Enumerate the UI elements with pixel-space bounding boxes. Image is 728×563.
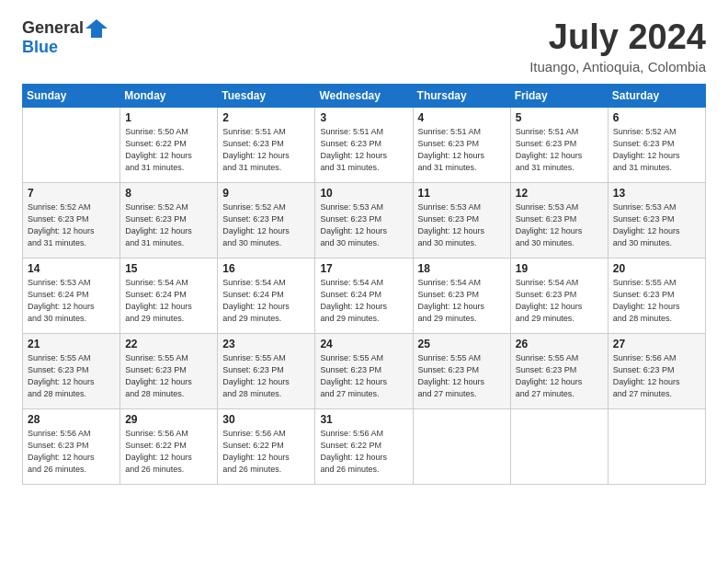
calendar-cell: 7Sunrise: 5:52 AM Sunset: 6:23 PM Daylig… xyxy=(23,182,120,258)
calendar-cell: 5Sunrise: 5:51 AM Sunset: 6:23 PM Daylig… xyxy=(510,107,608,182)
calendar-cell: 2Sunrise: 5:51 AM Sunset: 6:23 PM Daylig… xyxy=(218,107,315,182)
weekday-header-sunday: Sunday xyxy=(23,84,120,107)
day-number: 22 xyxy=(125,338,212,350)
month-year: July 2024 xyxy=(529,18,706,57)
calendar-cell xyxy=(23,107,120,182)
day-info: Sunrise: 5:53 AM Sunset: 6:23 PM Dayligh… xyxy=(613,201,700,249)
day-number: 3 xyxy=(320,111,407,124)
day-info: Sunrise: 5:56 AM Sunset: 6:22 PM Dayligh… xyxy=(320,428,407,476)
calendar-cell: 14Sunrise: 5:53 AM Sunset: 6:24 PM Dayli… xyxy=(23,258,120,333)
location: Ituango, Antioquia, Colombia xyxy=(529,59,706,75)
calendar-cell xyxy=(413,408,510,484)
calendar-cell xyxy=(608,408,705,484)
day-info: Sunrise: 5:51 AM Sunset: 6:23 PM Dayligh… xyxy=(418,126,506,174)
day-number: 24 xyxy=(320,338,407,350)
day-info: Sunrise: 5:55 AM Sunset: 6:23 PM Dayligh… xyxy=(516,352,603,400)
day-info: Sunrise: 5:53 AM Sunset: 6:23 PM Dayligh… xyxy=(418,201,506,249)
calendar-cell: 19Sunrise: 5:54 AM Sunset: 6:23 PM Dayli… xyxy=(510,258,608,333)
weekday-header-friday: Friday xyxy=(510,84,608,107)
day-info: Sunrise: 5:52 AM Sunset: 6:23 PM Dayligh… xyxy=(613,126,700,174)
day-number: 16 xyxy=(222,262,310,275)
weekday-header-row: SundayMondayTuesdayWednesdayThursdayFrid… xyxy=(23,84,706,107)
day-info: Sunrise: 5:52 AM Sunset: 6:23 PM Dayligh… xyxy=(125,201,212,249)
day-number: 15 xyxy=(125,262,212,275)
day-number: 8 xyxy=(125,187,212,200)
day-number: 9 xyxy=(222,187,310,200)
day-info: Sunrise: 5:56 AM Sunset: 6:23 PM Dayligh… xyxy=(28,428,115,476)
day-number: 5 xyxy=(516,111,603,124)
calendar-cell: 11Sunrise: 5:53 AM Sunset: 6:23 PM Dayli… xyxy=(413,182,510,258)
weekday-header-thursday: Thursday xyxy=(413,84,510,107)
day-number: 2 xyxy=(222,111,310,124)
calendar-cell: 6Sunrise: 5:52 AM Sunset: 6:23 PM Daylig… xyxy=(608,107,705,182)
calendar-week-4: 28Sunrise: 5:56 AM Sunset: 6:23 PM Dayli… xyxy=(23,408,706,484)
logo-general-text: General xyxy=(22,18,84,38)
calendar-cell: 30Sunrise: 5:56 AM Sunset: 6:22 PM Dayli… xyxy=(218,408,315,484)
calendar-cell: 15Sunrise: 5:54 AM Sunset: 6:24 PM Dayli… xyxy=(120,258,218,333)
day-info: Sunrise: 5:52 AM Sunset: 6:23 PM Dayligh… xyxy=(28,201,115,249)
svg-marker-0 xyxy=(85,19,108,38)
day-number: 20 xyxy=(613,262,700,275)
calendar-week-0: 1Sunrise: 5:50 AM Sunset: 6:22 PM Daylig… xyxy=(23,107,706,182)
calendar-week-1: 7Sunrise: 5:52 AM Sunset: 6:23 PM Daylig… xyxy=(23,182,706,258)
day-number: 4 xyxy=(418,111,506,124)
day-number: 14 xyxy=(28,262,115,275)
calendar-week-3: 21Sunrise: 5:55 AM Sunset: 6:23 PM Dayli… xyxy=(23,333,706,408)
calendar-cell: 27Sunrise: 5:56 AM Sunset: 6:23 PM Dayli… xyxy=(608,333,705,408)
calendar-cell: 21Sunrise: 5:55 AM Sunset: 6:23 PM Dayli… xyxy=(23,333,120,408)
day-number: 11 xyxy=(418,187,506,200)
calendar-cell: 9Sunrise: 5:52 AM Sunset: 6:23 PM Daylig… xyxy=(218,182,315,258)
day-info: Sunrise: 5:50 AM Sunset: 6:22 PM Dayligh… xyxy=(125,126,212,174)
calendar-week-2: 14Sunrise: 5:53 AM Sunset: 6:24 PM Dayli… xyxy=(23,258,706,333)
day-number: 18 xyxy=(418,262,506,275)
calendar-cell: 20Sunrise: 5:55 AM Sunset: 6:23 PM Dayli… xyxy=(608,258,705,333)
weekday-header-monday: Monday xyxy=(120,84,218,107)
day-number: 26 xyxy=(516,338,603,350)
title-area: July 2024 Ituango, Antioquia, Colombia xyxy=(529,18,706,75)
day-number: 1 xyxy=(125,111,212,124)
calendar-cell: 22Sunrise: 5:55 AM Sunset: 6:23 PM Dayli… xyxy=(120,333,218,408)
day-number: 12 xyxy=(516,187,603,200)
calendar-cell: 29Sunrise: 5:56 AM Sunset: 6:22 PM Dayli… xyxy=(120,408,218,484)
weekday-header-tuesday: Tuesday xyxy=(218,84,315,107)
day-info: Sunrise: 5:55 AM Sunset: 6:23 PM Dayligh… xyxy=(320,352,407,400)
day-number: 13 xyxy=(613,187,700,200)
calendar-cell: 31Sunrise: 5:56 AM Sunset: 6:22 PM Dayli… xyxy=(315,408,413,484)
day-info: Sunrise: 5:53 AM Sunset: 6:23 PM Dayligh… xyxy=(320,201,407,249)
logo: General Blue xyxy=(22,18,108,57)
calendar-cell xyxy=(510,408,608,484)
calendar-cell: 1Sunrise: 5:50 AM Sunset: 6:22 PM Daylig… xyxy=(120,107,218,182)
calendar-table: SundayMondayTuesdayWednesdayThursdayFrid… xyxy=(22,84,706,485)
day-number: 30 xyxy=(222,413,310,426)
day-number: 6 xyxy=(613,111,700,124)
weekday-header-saturday: Saturday xyxy=(608,84,705,107)
day-info: Sunrise: 5:56 AM Sunset: 6:22 PM Dayligh… xyxy=(125,428,212,476)
day-info: Sunrise: 5:53 AM Sunset: 6:23 PM Dayligh… xyxy=(516,201,603,249)
day-info: Sunrise: 5:55 AM Sunset: 6:23 PM Dayligh… xyxy=(613,277,700,325)
page: General Blue July 2024 Ituango, Antioqui… xyxy=(0,0,728,563)
day-info: Sunrise: 5:54 AM Sunset: 6:24 PM Dayligh… xyxy=(222,277,310,325)
day-number: 17 xyxy=(320,262,407,275)
day-number: 7 xyxy=(28,187,115,200)
calendar-cell: 10Sunrise: 5:53 AM Sunset: 6:23 PM Dayli… xyxy=(315,182,413,258)
day-info: Sunrise: 5:52 AM Sunset: 6:23 PM Dayligh… xyxy=(222,201,310,249)
logo-icon xyxy=(85,19,108,38)
day-number: 31 xyxy=(320,413,407,426)
calendar-cell: 4Sunrise: 5:51 AM Sunset: 6:23 PM Daylig… xyxy=(413,107,510,182)
calendar-header: SundayMondayTuesdayWednesdayThursdayFrid… xyxy=(23,84,706,107)
weekday-header-wednesday: Wednesday xyxy=(315,84,413,107)
day-number: 29 xyxy=(125,413,212,426)
day-info: Sunrise: 5:56 AM Sunset: 6:23 PM Dayligh… xyxy=(613,352,700,400)
day-number: 10 xyxy=(320,187,407,200)
day-number: 23 xyxy=(222,338,310,350)
day-number: 21 xyxy=(28,338,115,350)
day-info: Sunrise: 5:54 AM Sunset: 6:23 PM Dayligh… xyxy=(418,277,506,325)
day-info: Sunrise: 5:54 AM Sunset: 6:23 PM Dayligh… xyxy=(516,277,603,325)
calendar-cell: 16Sunrise: 5:54 AM Sunset: 6:24 PM Dayli… xyxy=(218,258,315,333)
calendar-cell: 25Sunrise: 5:55 AM Sunset: 6:23 PM Dayli… xyxy=(413,333,510,408)
day-info: Sunrise: 5:55 AM Sunset: 6:23 PM Dayligh… xyxy=(418,352,506,400)
day-number: 25 xyxy=(418,338,506,350)
calendar-cell: 8Sunrise: 5:52 AM Sunset: 6:23 PM Daylig… xyxy=(120,182,218,258)
day-number: 27 xyxy=(613,338,700,350)
calendar-cell: 12Sunrise: 5:53 AM Sunset: 6:23 PM Dayli… xyxy=(510,182,608,258)
